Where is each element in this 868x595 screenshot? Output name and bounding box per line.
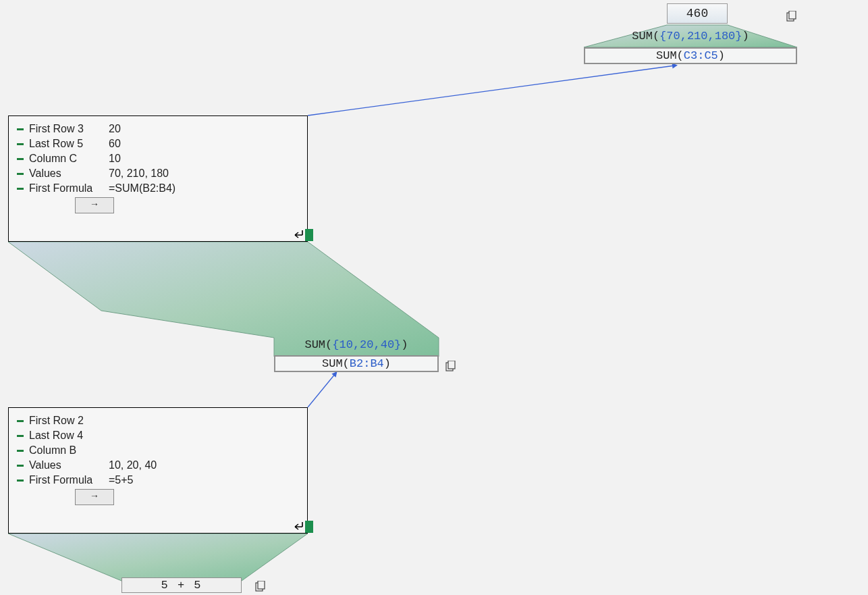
panel1-label-0: First Row 3: [29, 123, 109, 135]
bullet-icon: [17, 143, 24, 145]
mid-formula-bar: SUM(B2:B4): [274, 355, 439, 372]
arrow-panel2-to-mid: [308, 373, 335, 407]
bullet-icon: [17, 158, 24, 160]
panel1-value-1: 60: [109, 138, 121, 150]
panel1-row-3: Values 70, 210, 180: [17, 167, 299, 180]
panel1-next-button[interactable]: →: [75, 197, 114, 213]
panel2-label-2: Column B: [29, 444, 109, 457]
panel1-value-2: 10: [109, 153, 121, 165]
mid-eval-close: ): [401, 338, 408, 351]
panel2-value-3: 10, 20, 40: [109, 459, 157, 471]
top-formula-fn: SUM(: [656, 49, 684, 62]
top-eval-close: ): [742, 30, 749, 43]
arrow-right-icon: →: [90, 490, 99, 501]
top-eval-fn: SUM(: [632, 30, 659, 43]
top-formula-ref: C3:C5: [684, 49, 718, 62]
panel1-label-2: Column C: [29, 153, 109, 165]
bottom-expression-bar: 5 + 5: [121, 577, 242, 593]
top-formula-bar: SUM(C3:C5): [584, 47, 797, 64]
panel1-value-0: 20: [109, 123, 121, 135]
details-panel-1: First Row 3 20 Last Row 5 60 Column C 10…: [8, 115, 308, 242]
panel1-label-4: First Formula: [29, 182, 109, 195]
panel1-value-4: =SUM(B2:B4): [109, 182, 175, 195]
bullet-icon: [17, 480, 24, 482]
bullet-icon: [17, 465, 24, 467]
top-eval-text: SUM({70,210,180}): [584, 30, 797, 43]
mid-eval-array: {10,20,40}: [332, 338, 401, 351]
svg-rect-1: [789, 11, 796, 19]
bullet-icon: [17, 420, 24, 422]
panel2-row-4: First Formula =5+5: [17, 474, 299, 486]
mid-formula-ref: B2:B4: [350, 357, 384, 370]
panel1-row-0: First Row 3 20: [17, 123, 299, 135]
top-formula-close: ): [718, 49, 725, 62]
panel1-value-3: 70, 210, 180: [109, 167, 169, 180]
bullet-icon: [17, 128, 24, 130]
bottom-expression: 5 + 5: [161, 579, 202, 592]
trapezoid-bottom: [8, 534, 308, 581]
panel2-label-0: First Row 2: [29, 415, 109, 427]
enter-icon-panel1[interactable]: [296, 229, 309, 241]
bullet-icon: [17, 173, 24, 175]
top-result-box: 460: [667, 3, 728, 24]
enter-icon-panel2[interactable]: [296, 521, 309, 533]
svg-rect-5: [258, 581, 265, 589]
mid-formula-close: ): [384, 357, 391, 370]
panel2-row-2: Column B: [17, 444, 299, 457]
bullet-icon: [17, 435, 24, 437]
panel2-label-4: First Formula: [29, 474, 109, 486]
copy-icon-bottom[interactable]: [255, 581, 266, 592]
bullet-icon: [17, 188, 24, 190]
bullet-icon: [17, 450, 24, 452]
mid-eval-text: SUM({10,20,40}): [274, 338, 439, 351]
panel2-row-3: Values 10, 20, 40: [17, 459, 299, 471]
panel2-row-1: Last Row 4: [17, 430, 299, 442]
panel1-label-1: Last Row 5: [29, 138, 109, 150]
top-eval-array: {70,210,180}: [659, 30, 742, 43]
panel2-label-3: Values: [29, 459, 109, 471]
mid-formula-fn: SUM(: [322, 357, 350, 370]
panel1-row-1: Last Row 5 60: [17, 138, 299, 150]
arrow-right-icon: →: [90, 199, 99, 209]
panel2-value-4: =5+5: [109, 474, 133, 486]
top-result-value: 460: [686, 7, 708, 20]
panel2-label-1: Last Row 4: [29, 430, 109, 442]
panel2-next-button[interactable]: →: [75, 489, 114, 505]
details-panel-2: First Row 2 Last Row 4 Column B Values 1…: [8, 407, 308, 534]
panel2-row-0: First Row 2: [17, 415, 299, 427]
arrow-panel1-to-top: [308, 66, 675, 115]
svg-rect-3: [448, 361, 455, 369]
panel1-row-4: First Formula =SUM(B2:B4): [17, 182, 299, 195]
mid-eval-fn: SUM(: [304, 338, 332, 351]
panel1-label-3: Values: [29, 167, 109, 180]
copy-icon-mid[interactable]: [445, 361, 456, 371]
copy-icon-top[interactable]: [786, 11, 797, 22]
panel1-row-2: Column C 10: [17, 153, 299, 165]
